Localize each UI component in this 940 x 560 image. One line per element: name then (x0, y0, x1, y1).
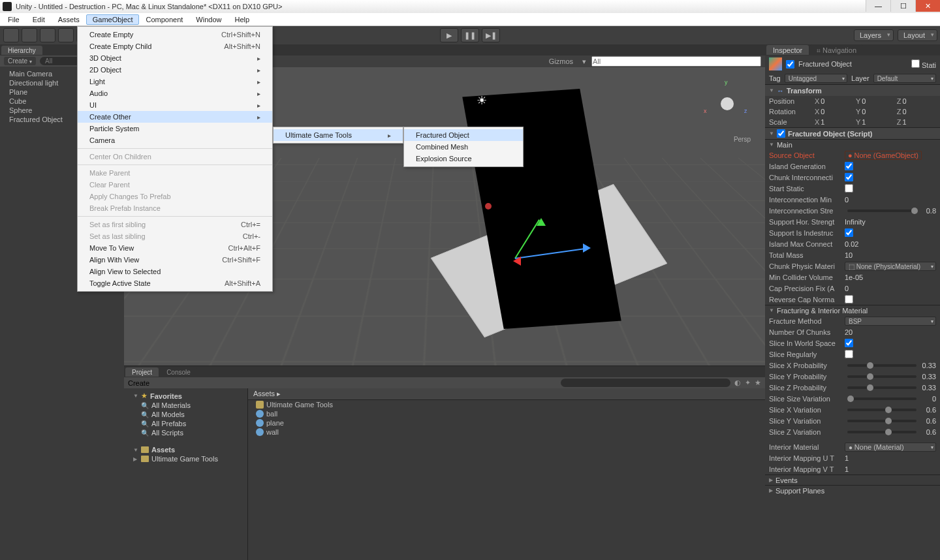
menu-item[interactable]: Ultimate Game Tools (274, 129, 403, 141)
scene-search-input[interactable] (591, 56, 761, 67)
inspector-field[interactable]: Island Max Connect0.02 (765, 238, 940, 249)
menu-item[interactable]: Create Other (78, 111, 272, 123)
ultimate-game-tools-submenu[interactable]: Fractured ObjectCombined MeshExplosion S… (403, 127, 524, 167)
menu-item[interactable]: Combined Mesh (404, 141, 523, 153)
favorite-item[interactable]: 🔍All Materials (124, 401, 247, 410)
window-minimize-button[interactable]: — (866, 0, 890, 12)
menu-component[interactable]: Component (139, 14, 189, 25)
inspector-field[interactable]: Slice Z Probability0.33 (765, 382, 940, 393)
layer-dropdown[interactable]: Default (873, 74, 936, 83)
inspector-field[interactable]: Total Mass10 (765, 249, 940, 260)
menu-item[interactable]: Particle System (78, 123, 272, 134)
interior-u-value[interactable]: 1 (845, 454, 936, 462)
script-enabled-checkbox[interactable] (777, 129, 785, 138)
inspector-field[interactable]: Chunk Physic Materi⬚ None (PhysicMateria… (765, 260, 940, 272)
asset-item[interactable]: ball (248, 409, 765, 418)
layout-dropdown[interactable]: Layout (898, 29, 937, 41)
menu-item[interactable]: 2D Object (78, 64, 272, 76)
console-tab[interactable]: Console (160, 367, 197, 377)
assets-root[interactable]: ▼Assets (124, 445, 247, 454)
create-other-submenu[interactable]: Ultimate Game Tools (273, 127, 403, 144)
gameobject-icon[interactable] (769, 57, 782, 70)
project-create-button[interactable]: Create (128, 379, 149, 387)
inspector-field[interactable]: Cap Precision Fix (A0 (765, 283, 940, 294)
interior-material-field[interactable]: ● None (Material) (845, 443, 936, 452)
inspector-field[interactable]: Reverse Cap Norma (765, 294, 940, 305)
move-tool-button[interactable] (22, 28, 37, 42)
asset-item[interactable]: Ultimate Game Tools (248, 400, 765, 409)
static-checkbox[interactable] (911, 59, 920, 68)
assets-folder[interactable]: ▶Ultimate Game Tools (124, 454, 247, 463)
menu-file[interactable]: File (1, 14, 26, 25)
support-planes-section-header[interactable]: ▶Support Planes (765, 485, 940, 495)
inspector-field[interactable]: Number Of Chunks20 (765, 326, 940, 337)
project-tab[interactable]: Project (125, 367, 159, 377)
inspector-field[interactable]: Interconnection Stre0.8 (765, 205, 940, 216)
search-filter-icon[interactable]: ◐ (734, 379, 741, 387)
navigation-tab[interactable]: ⌗ Navigation (810, 45, 863, 55)
layers-dropdown[interactable]: Layers (854, 29, 894, 41)
menu-edit[interactable]: Edit (26, 14, 52, 25)
inspector-field[interactable]: Island Generation (765, 161, 940, 172)
menu-item[interactable]: Toggle Active StateAlt+Shift+A (78, 277, 272, 289)
step-button[interactable]: ▶❚ (482, 28, 500, 42)
gameobject-name-field[interactable]: Fractured Object (798, 60, 852, 68)
gameobject-active-checkbox[interactable] (786, 60, 794, 69)
gameobject-menu[interactable]: Create EmptyCtrl+Shift+NCreate Empty Chi… (77, 26, 273, 292)
pause-button[interactable]: ❚❚ (461, 28, 479, 42)
scale-tool-button[interactable] (58, 28, 74, 42)
inspector-field[interactable]: Slice Size Variation0 (765, 393, 940, 404)
menu-item[interactable]: Move To ViewCtrl+Alt+F (78, 242, 272, 254)
rotate-tool-button[interactable] (40, 28, 55, 42)
inspector-field[interactable]: Support Hor. StrengtInfinity (765, 216, 940, 227)
asset-item[interactable]: wall (248, 428, 765, 437)
fracturing-section-header[interactable]: ▼Fracturing & Interior Material (765, 305, 940, 315)
inspector-field[interactable]: Fracture MethodBSP (765, 315, 940, 326)
inspector-field[interactable]: Support Is Indestruc (765, 227, 940, 238)
hierarchy-create-button[interactable]: Create (4, 57, 36, 65)
interior-v-value[interactable]: 1 (845, 465, 936, 473)
play-button[interactable]: ▶ (440, 28, 458, 42)
favorite-item[interactable]: 🔍All Scripts (124, 428, 247, 437)
menu-gameobject[interactable]: GameObject (86, 14, 140, 25)
transform-scl[interactable]: ScaleX1Y1Z1 (765, 117, 940, 127)
inspector-field[interactable]: Slice X Probability0.33 (765, 360, 940, 371)
main-section-header[interactable]: ▼Main (765, 139, 940, 149)
asset-item[interactable]: plane (248, 418, 765, 428)
search-label-icon[interactable]: ✦ (745, 379, 751, 387)
menu-item[interactable]: Align With ViewCtrl+Shift+F (78, 254, 272, 266)
menu-item[interactable]: Light (78, 76, 272, 87)
favorite-item[interactable]: 🔍All Models (124, 410, 247, 419)
inspector-field[interactable]: Slice Z Variation0.6 (765, 426, 940, 437)
inspector-field[interactable]: Slice In World Space (765, 337, 940, 349)
inspector-field[interactable]: Slice X Variation0.6 (765, 404, 940, 415)
menu-item[interactable]: UI (78, 99, 272, 111)
transform-pos[interactable]: PositionX0Y0Z0 (765, 96, 940, 106)
inspector-field[interactable]: Min Collider Volume1e-05 (765, 272, 940, 283)
assets-breadcrumb[interactable]: Assets ▸ (248, 388, 765, 400)
transform-component-header[interactable]: ▼↔Transform (765, 84, 940, 96)
menu-item[interactable]: Align View to Selected (78, 266, 272, 277)
events-section-header[interactable]: ▶Events (765, 474, 940, 485)
menu-item[interactable]: Audio (78, 87, 272, 99)
tag-dropdown[interactable]: Untagged (785, 74, 847, 83)
hand-tool-button[interactable] (3, 28, 19, 42)
menu-item[interactable]: Fractured Object (404, 129, 523, 141)
menu-item[interactable]: Create Empty ChildAlt+Shift+N (78, 40, 272, 52)
hierarchy-tab[interactable]: Hierarchy (1, 46, 42, 55)
menu-help[interactable]: Help (228, 14, 256, 25)
inspector-field[interactable]: Interconnection Min0 (765, 194, 940, 205)
gizmos-dropdown[interactable]: Gizmos (545, 57, 577, 66)
search-save-icon[interactable]: ★ (755, 379, 761, 387)
menu-assets[interactable]: Assets (52, 14, 86, 25)
inspector-tab[interactable]: Inspector (766, 45, 809, 55)
transform-rot[interactable]: RotationX0Y0Z0 (765, 106, 940, 117)
inspector-field[interactable]: Slice Regularly (765, 349, 940, 360)
menu-item[interactable]: Camera (78, 134, 272, 146)
orientation-gizmo[interactable]: y x z (701, 78, 753, 130)
menu-window[interactable]: Window (189, 14, 228, 25)
window-close-button[interactable]: ✕ (915, 0, 940, 12)
inspector-field[interactable]: Start Static (765, 183, 940, 194)
source-object-field[interactable]: ● None (GameObject) (845, 151, 922, 160)
inspector-field[interactable]: Slice Y Variation0.6 (765, 415, 940, 426)
